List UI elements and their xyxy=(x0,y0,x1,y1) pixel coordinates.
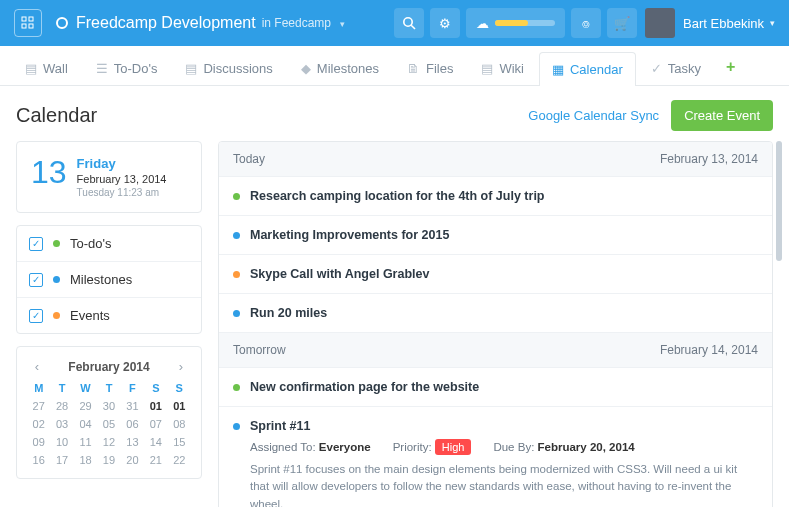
chevron-down-icon: ▾ xyxy=(340,19,345,29)
mini-calendar-day[interactable]: 29 xyxy=(74,400,97,412)
section-label: Today xyxy=(233,152,265,166)
plus-icon: + xyxy=(726,58,735,75)
mini-calendar-day[interactable]: 13 xyxy=(121,436,144,448)
milestone-icon: ◆ xyxy=(301,61,311,76)
mini-calendar-day[interactable]: 12 xyxy=(97,436,120,448)
mini-calendar-day[interactable]: 11 xyxy=(74,436,97,448)
event-row[interactable]: Research camping location for the 4th of… xyxy=(219,176,772,215)
mini-calendar-day[interactable]: 22 xyxy=(168,454,191,466)
mini-calendar-day[interactable]: 04 xyxy=(74,418,97,430)
tab-files[interactable]: 🗎Files xyxy=(394,51,466,85)
filters: ✓ To-do's ✓ Milestones ✓ Events xyxy=(16,225,202,334)
prev-month-button[interactable]: ‹ xyxy=(29,359,45,374)
mini-calendar-day[interactable]: 21 xyxy=(144,454,167,466)
search-button[interactable] xyxy=(394,8,424,38)
svg-line-5 xyxy=(411,25,415,29)
today-subtext: Tuesday 11:23 am xyxy=(77,187,167,198)
event-title: Skype Call with Angel Grablev xyxy=(250,267,758,281)
checkbox[interactable]: ✓ xyxy=(29,309,43,323)
tab-milestones[interactable]: ◆Milestones xyxy=(288,51,392,85)
check-icon: ✓ xyxy=(651,61,662,76)
mini-calendar-day[interactable]: 01 xyxy=(144,400,167,412)
filter-todos[interactable]: ✓ To-do's xyxy=(17,226,201,261)
mini-calendar-day[interactable]: 06 xyxy=(121,418,144,430)
filter-milestones[interactable]: ✓ Milestones xyxy=(17,261,201,297)
mini-calendar-day[interactable]: 30 xyxy=(97,400,120,412)
project-context[interactable]: in Feedcamp ▾ xyxy=(262,16,346,30)
mini-calendar: ‹ February 2014 › MTWTFSS272829303101010… xyxy=(16,346,202,479)
filter-events[interactable]: ✓ Events xyxy=(17,297,201,333)
event-row[interactable]: Run 20 miles xyxy=(219,293,772,332)
storage-indicator[interactable]: ☁ xyxy=(466,8,565,38)
tab-wall[interactable]: ▤Wall xyxy=(12,51,81,85)
event-title: Run 20 miles xyxy=(250,306,758,320)
google-sync-link[interactable]: Google Calendar Sync xyxy=(528,108,659,123)
mini-calendar-day[interactable]: 08 xyxy=(168,418,191,430)
page-header: Calendar Google Calendar Sync Create Eve… xyxy=(0,86,789,141)
mini-calendar-day[interactable]: 20 xyxy=(121,454,144,466)
mini-calendar-day[interactable]: 05 xyxy=(97,418,120,430)
color-dot xyxy=(233,271,240,278)
agenda-list: TodayFebruary 13, 2014Research camping l… xyxy=(218,141,773,507)
gear-icon: ⚙ xyxy=(439,16,451,31)
assigned-to: Assigned To: Everyone xyxy=(250,441,371,453)
svg-rect-2 xyxy=(22,24,26,28)
event-title: Sprint #11 xyxy=(250,419,758,433)
mini-calendar-day[interactable]: 19 xyxy=(97,454,120,466)
chevron-down-icon: ▾ xyxy=(770,18,775,28)
mini-calendar-dow: T xyxy=(50,382,73,394)
settings-button[interactable]: ⚙ xyxy=(430,8,460,38)
tab-tasky[interactable]: ✓Tasky xyxy=(638,51,714,85)
tab-wiki[interactable]: ▤Wiki xyxy=(468,51,537,85)
checkbox[interactable]: ✓ xyxy=(29,273,43,287)
tab-todos[interactable]: ☰To-Do's xyxy=(83,51,171,85)
mini-calendar-day[interactable]: 10 xyxy=(50,436,73,448)
mini-calendar-day[interactable]: 27 xyxy=(27,400,50,412)
project-title[interactable]: Freedcamp Development xyxy=(76,14,256,32)
event-row[interactable]: New confirmation page for the website xyxy=(219,367,772,406)
mini-calendar-day[interactable]: 09 xyxy=(27,436,50,448)
color-dot xyxy=(233,423,240,430)
mini-calendar-day[interactable]: 01 xyxy=(168,400,191,412)
mini-calendar-day[interactable]: 18 xyxy=(74,454,97,466)
create-event-button[interactable]: Create Event xyxy=(671,100,773,131)
support-button[interactable]: ⌾ xyxy=(571,8,601,38)
user-name[interactable]: Bart Ebbekink xyxy=(683,16,764,31)
wall-icon: ▤ xyxy=(25,61,37,76)
file-icon: 🗎 xyxy=(407,61,420,76)
mini-calendar-day[interactable]: 17 xyxy=(50,454,73,466)
mini-calendar-day[interactable]: 07 xyxy=(144,418,167,430)
next-month-button[interactable]: › xyxy=(173,359,189,374)
mini-calendar-day[interactable]: 28 xyxy=(50,400,73,412)
event-title: Marketing Improvements for 2015 xyxy=(250,228,758,242)
checkbox[interactable]: ✓ xyxy=(29,237,43,251)
color-dot xyxy=(53,276,60,283)
mini-calendar-dow: S xyxy=(168,382,191,394)
mini-calendar-day[interactable]: 14 xyxy=(144,436,167,448)
mini-calendar-day[interactable]: 02 xyxy=(27,418,50,430)
discussion-icon: ▤ xyxy=(185,61,197,76)
event-row[interactable]: Skype Call with Angel Grablev xyxy=(219,254,772,293)
today-day-name: Friday xyxy=(77,156,167,171)
scrollbar-thumb[interactable] xyxy=(776,141,782,261)
app-menu-button[interactable] xyxy=(14,9,42,37)
event-row[interactable]: Marketing Improvements for 2015 xyxy=(219,215,772,254)
color-dot xyxy=(53,240,60,247)
color-dot xyxy=(233,310,240,317)
tab-discussions[interactable]: ▤Discussions xyxy=(172,51,285,85)
mini-calendar-day[interactable]: 16 xyxy=(27,454,50,466)
add-module-button[interactable]: + xyxy=(716,49,745,85)
filter-label: Milestones xyxy=(70,272,132,287)
calendar-icon: ▦ xyxy=(552,62,564,77)
cart-button[interactable]: 🛒 xyxy=(607,8,637,38)
mini-calendar-day[interactable]: 31 xyxy=(121,400,144,412)
color-dot xyxy=(233,232,240,239)
section-header: TomorrowFebruary 14, 2014 xyxy=(219,332,772,367)
svg-point-4 xyxy=(404,18,412,26)
mini-calendar-day[interactable]: 15 xyxy=(168,436,191,448)
event-row[interactable]: Sprint #11Assigned To: EveryonePriority:… xyxy=(219,406,772,507)
mini-calendar-day[interactable]: 03 xyxy=(50,418,73,430)
tab-calendar[interactable]: ▦Calendar xyxy=(539,52,636,86)
svg-rect-0 xyxy=(22,17,26,21)
avatar[interactable] xyxy=(645,8,675,38)
